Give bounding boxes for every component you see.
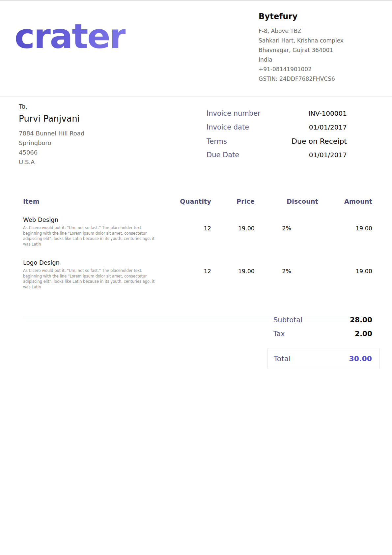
invoice-meta-row: Due Date 01/01/2017 bbox=[207, 151, 347, 165]
column-header-quantity: Quantity bbox=[158, 198, 211, 205]
company-address-line: India bbox=[259, 55, 357, 65]
item-name: Web Design bbox=[23, 216, 158, 223]
company-gstin: GSTIN: 24DDF7682FHVCS6 bbox=[259, 74, 357, 84]
item-discount: 2% bbox=[255, 259, 318, 290]
customer-address-line: 7884 Bunnel Hill Road bbox=[19, 129, 157, 138]
bill-to-heading: To, bbox=[19, 103, 157, 110]
column-header-price: Price bbox=[211, 198, 255, 205]
tax-row: Tax 2.00 bbox=[267, 330, 380, 343]
item-quantity: 12 bbox=[158, 216, 211, 247]
subtotal-value: 28.00 bbox=[350, 316, 372, 324]
invoice-meta-row: Invoice date 01/01/2017 bbox=[207, 123, 347, 137]
terms-label: Terms bbox=[207, 137, 227, 145]
items-table-header: Item Quantity Price Discount Amount bbox=[23, 198, 372, 205]
invoice-page: crater Bytefury F-8, Above TBZ Sahkari H… bbox=[0, 0, 392, 555]
invoice-meta: Invoice number INV-100001 Invoice date 0… bbox=[207, 109, 347, 165]
crater-logo: crater bbox=[14, 19, 126, 53]
top-border bbox=[0, 0, 392, 1]
item-row: Web Design As Cicero would put it, “Um, … bbox=[23, 216, 372, 247]
item-cell: Logo Design As Cicero would put it, “Um,… bbox=[23, 259, 158, 290]
item-price: 19.00 bbox=[211, 216, 255, 247]
total-label: Total bbox=[274, 355, 291, 363]
total-box: Total 30.00 bbox=[267, 348, 380, 369]
totals-block: Subtotal 28.00 Tax 2.00 Total 30.00 bbox=[267, 316, 380, 369]
invoice-date-value: 01/01/2017 bbox=[309, 123, 347, 131]
items-table: Item Quantity Price Discount Amount Web … bbox=[23, 198, 372, 317]
company-block: Bytefury F-8, Above TBZ Sahkari Hart, Kr… bbox=[259, 12, 357, 84]
column-header-item: Item bbox=[23, 198, 158, 205]
company-name: Bytefury bbox=[259, 12, 357, 21]
header-divider bbox=[0, 96, 392, 97]
invoice-number-label: Invoice number bbox=[207, 109, 261, 117]
invoice-date-label: Invoice date bbox=[207, 123, 249, 131]
customer-address-line: U.S.A bbox=[19, 157, 157, 167]
invoice-meta-row: Invoice number INV-100001 bbox=[207, 109, 347, 123]
column-header-amount: Amount bbox=[318, 198, 372, 205]
total-value: 30.00 bbox=[349, 355, 372, 363]
item-amount: 19.00 bbox=[318, 259, 372, 290]
item-discount: 2% bbox=[255, 216, 318, 247]
item-name: Logo Design bbox=[23, 259, 158, 266]
customer-address-line: Springboro bbox=[19, 138, 157, 148]
subtotal-row: Subtotal 28.00 bbox=[267, 316, 380, 330]
item-amount: 19.00 bbox=[318, 216, 372, 247]
company-address-line: Sahkari Hart, Krishna complex bbox=[259, 36, 357, 45]
item-description: As Cicero would put it, “Um, not so fast… bbox=[23, 225, 158, 247]
company-phone: +91-08141901002 bbox=[259, 65, 357, 74]
invoice-meta-row: Terms Due on Receipt bbox=[207, 137, 347, 151]
item-price: 19.00 bbox=[211, 259, 255, 290]
terms-value: Due on Receipt bbox=[292, 137, 347, 145]
item-cell: Web Design As Cicero would put it, “Um, … bbox=[23, 216, 158, 247]
due-date-label: Due Date bbox=[207, 151, 239, 159]
customer-address-line: 45066 bbox=[19, 148, 157, 157]
invoice-number-value: INV-100001 bbox=[308, 109, 347, 117]
company-address-line: F-8, Above TBZ bbox=[259, 26, 357, 36]
bill-to-block: To, Purvi Panjvani 7884 Bunnel Hill Road… bbox=[19, 103, 157, 167]
subtotal-label: Subtotal bbox=[273, 316, 302, 324]
item-quantity: 12 bbox=[158, 259, 211, 290]
tax-label: Tax bbox=[273, 330, 285, 338]
item-row: Logo Design As Cicero would put it, “Um,… bbox=[23, 259, 372, 290]
due-date-value: 01/01/2017 bbox=[309, 151, 347, 159]
item-description: As Cicero would put it, “Um, not so fast… bbox=[23, 268, 158, 290]
tax-value: 2.00 bbox=[355, 330, 372, 338]
customer-name: Purvi Panjvani bbox=[19, 114, 157, 124]
company-address-line: Bhavnagar, Gujrat 364001 bbox=[259, 45, 357, 55]
column-header-discount: Discount bbox=[255, 198, 318, 205]
